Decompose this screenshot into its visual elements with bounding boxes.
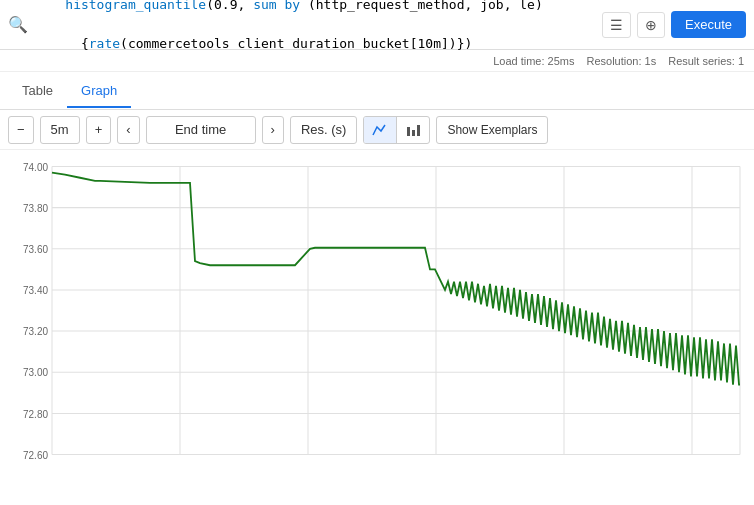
svg-rect-1 [412, 130, 415, 136]
svg-text:73.20: 73.20 [23, 326, 48, 337]
controls-bar: − 5m + ‹ › Res. (s) Show Exemplars [0, 110, 754, 150]
chart-type-buttons [363, 116, 430, 144]
svg-text:73.40: 73.40 [23, 285, 48, 296]
chart-svg: 74.00 73.80 73.60 73.40 73.20 73.00 72.8… [0, 150, 754, 505]
bar-chart-button[interactable] [397, 117, 429, 143]
chart-container: 74.00 73.80 73.60 73.40 73.20 73.00 72.8… [0, 150, 754, 505]
metrics-button[interactable]: ⊕ [637, 12, 665, 38]
svg-text:73.00: 73.00 [23, 367, 48, 378]
search-icon: 🔍 [8, 15, 28, 34]
chart-line [52, 173, 740, 385]
tabs: Table Graph [0, 72, 754, 110]
range-display: 5m [40, 116, 80, 144]
query-bar: 🔍 histogram_quantile(0.9, sum by (http_r… [0, 0, 754, 50]
svg-rect-2 [417, 125, 420, 136]
svg-text:72.60: 72.60 [23, 450, 48, 461]
end-time-input[interactable] [146, 116, 256, 144]
status-bar: Load time: 25ms Resolution: 1s Result se… [0, 50, 754, 72]
svg-text:73.60: 73.60 [23, 244, 48, 255]
load-time: Load time: 25ms [493, 55, 574, 67]
svg-text:74.00: 74.00 [23, 161, 48, 172]
res-display[interactable]: Res. (s) [290, 116, 358, 144]
tab-table[interactable]: Table [8, 75, 67, 108]
result-series: Result series: 1 [668, 55, 744, 67]
prev-time-button[interactable]: ‹ [117, 116, 139, 144]
range-decrease-button[interactable]: − [8, 116, 34, 144]
main-content: Load time: 25ms Resolution: 1s Result se… [0, 50, 754, 505]
svg-text:72.80: 72.80 [23, 408, 48, 419]
tab-graph[interactable]: Graph [67, 75, 131, 108]
history-button[interactable]: ☰ [602, 12, 631, 38]
next-time-button[interactable]: › [262, 116, 284, 144]
resolution: Resolution: 1s [586, 55, 656, 67]
range-increase-button[interactable]: + [86, 116, 112, 144]
execute-button[interactable]: Execute [671, 11, 746, 38]
query-toolbar: ☰ ⊕ Execute [602, 11, 746, 38]
show-exemplars-button[interactable]: Show Exemplars [436, 116, 548, 144]
svg-rect-0 [407, 127, 410, 136]
line-chart-button[interactable] [364, 117, 397, 143]
svg-text:73.80: 73.80 [23, 203, 48, 214]
